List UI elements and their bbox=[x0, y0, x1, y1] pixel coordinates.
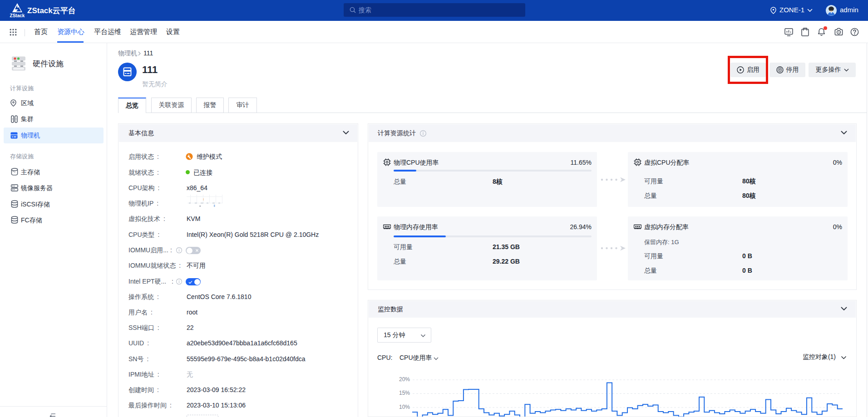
svg-text:ZStack: ZStack bbox=[10, 13, 25, 18]
